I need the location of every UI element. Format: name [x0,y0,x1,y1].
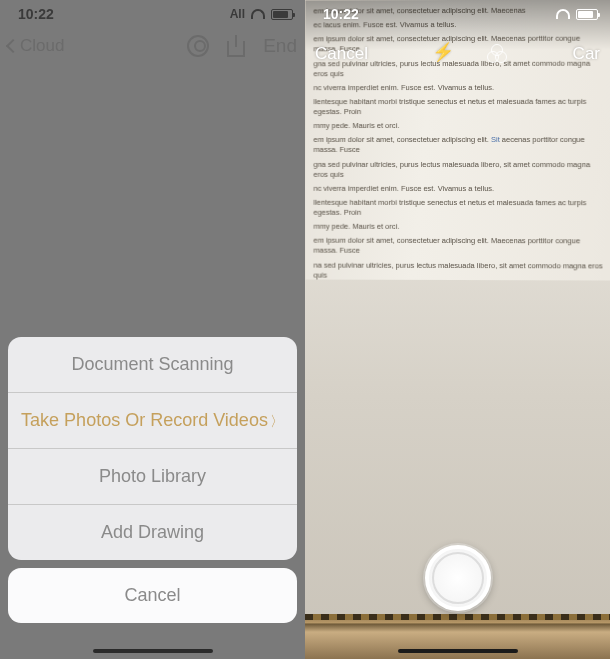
chevron-right-icon: 〉 [270,413,284,429]
filter-icon[interactable] [486,43,508,65]
cancel-button[interactable]: Cancel [315,44,368,64]
wifi-icon [556,9,570,19]
scanner-nav-bar: Cancel Car [305,36,610,72]
save-button[interactable]: Car [573,44,600,64]
action-take-photo[interactable]: Take Photos Or Record Videos〉 [8,392,297,448]
shutter-button[interactable] [425,545,491,611]
battery-icon [576,9,598,20]
back-label: Cloud [20,36,64,56]
notes-app-sheet-screen: 10:22 All Cloud End Document Scanning Ta… [0,0,305,659]
cancel-button[interactable]: Cancel [8,568,297,623]
done-button[interactable]: End [263,35,297,57]
home-indicator[interactable] [398,649,518,653]
action-sheet-options: Document Scanning Take Photos Or Record … [8,337,297,560]
action-photo-library[interactable]: Photo Library [8,448,297,504]
status-time: 10:22 [323,6,359,22]
back-button[interactable]: Cloud [8,36,64,56]
status-time: 10:22 [18,6,54,22]
battery-icon [271,9,293,20]
collaborate-icon[interactable] [187,35,209,57]
status-bar: 10:22 [305,0,610,24]
document-scanner-screen: em ipsum dolor sit amet, consectetuer ad… [305,0,610,659]
status-icons [556,9,598,20]
flash-icon[interactable] [432,43,454,65]
wifi-icon [251,9,265,19]
chevron-left-icon [6,39,20,53]
home-indicator[interactable] [93,649,213,653]
action-sheet-cancel-group: Cancel [8,568,297,623]
status-bar: 10:22 All [0,0,305,24]
carrier-label: All [230,7,245,21]
action-add-drawing[interactable]: Add Drawing [8,504,297,560]
action-sheet: Document Scanning Take Photos Or Record … [8,337,297,631]
nav-bar: Cloud End [0,24,305,68]
nav-actions: End [187,35,297,57]
action-scan-documents[interactable]: Document Scanning [8,337,297,392]
share-icon[interactable] [227,35,245,57]
status-icons: All [230,7,293,21]
